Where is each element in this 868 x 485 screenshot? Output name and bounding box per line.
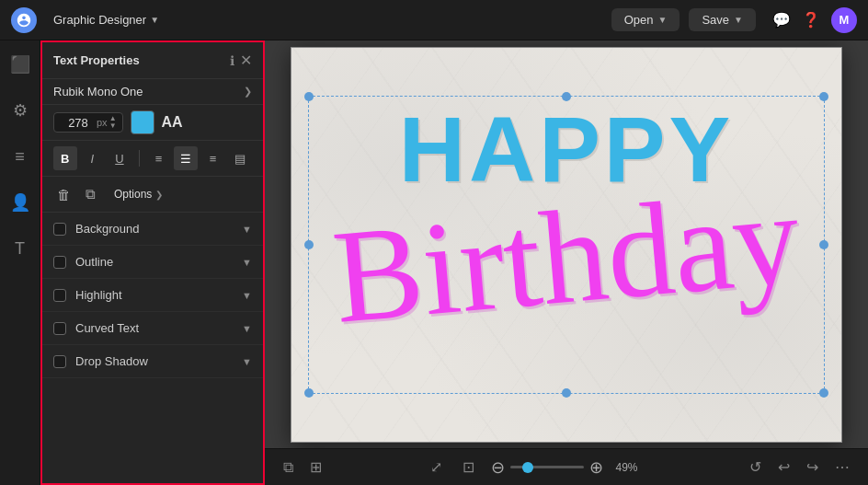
panel-title: Text Properties	[53, 53, 230, 67]
options-button[interactable]: Options ❯	[107, 184, 252, 204]
curved-text-label: Curved Text	[75, 321, 242, 335]
rotate-left-icon[interactable]: ↺	[746, 455, 765, 479]
redo-icon[interactable]: ↪	[803, 455, 822, 479]
duplicate-button[interactable]: ⧉	[82, 182, 99, 206]
drop-shadow-section[interactable]: Drop Shadow ▼	[42, 345, 263, 378]
font-size-input[interactable]	[60, 116, 97, 130]
outline-section[interactable]: Outline ▼	[42, 246, 263, 279]
bottom-left-icons: ⧉ ⊞	[280, 455, 326, 479]
undo-icon[interactable]: ↩	[774, 455, 794, 479]
sidebar-item-text[interactable]: T	[6, 234, 35, 263]
zoom-in-icon[interactable]: ⊕	[589, 457, 603, 478]
drop-shadow-chevron-icon: ▼	[242, 356, 252, 367]
panel-info-button[interactable]: ℹ	[230, 53, 234, 68]
highlight-section[interactable]: Highlight ▼	[42, 279, 263, 312]
app-name-chevron-icon: ▼	[150, 15, 159, 25]
font-size-unit: px	[97, 117, 108, 128]
format-row: B I U ≡ ☰ ≡ ▤	[42, 141, 263, 177]
highlight-label: Highlight	[75, 288, 242, 302]
italic-button[interactable]: I	[81, 146, 105, 170]
underline-button[interactable]: U	[108, 146, 131, 170]
delete-button[interactable]: 🗑	[53, 183, 74, 206]
actions-row: 🗑 ⧉ Options ❯	[42, 177, 263, 213]
zoom-out-icon[interactable]: ⊖	[491, 457, 505, 478]
options-label: Options	[114, 188, 152, 201]
background-section[interactable]: Background ▼	[42, 213, 263, 246]
crop-icon[interactable]: ⊡	[459, 455, 478, 479]
canvas-viewport[interactable]: HAPPY Birthday	[265, 40, 868, 448]
bottom-center-controls: ⤢ ⊡ ⊖ ⊕ 49%	[337, 455, 735, 479]
chat-icon[interactable]: 💬	[772, 11, 791, 29]
text-properties-panel: Text Properties ℹ ✕ Rubik Mono One ❯ px …	[40, 40, 265, 485]
topbar: Graphic Designer ▼ Open ▼ Save ▼ 💬 ❓ M	[0, 0, 868, 40]
format-separator	[139, 150, 140, 167]
open-chevron-icon: ▼	[658, 15, 668, 25]
font-selector[interactable]: Rubik Mono One ❯	[42, 79, 263, 105]
zoom-percentage: 49%	[616, 461, 645, 474]
drop-shadow-checkbox[interactable]	[53, 355, 66, 368]
app-logo	[11, 7, 37, 33]
sidebar-item-layers[interactable]: ≡	[6, 142, 35, 171]
icon-sidebar: ⬛ ⚙ ≡ 👤 T	[0, 40, 40, 485]
help-icon[interactable]: ❓	[802, 11, 820, 29]
background-checkbox[interactable]	[53, 223, 66, 236]
font-name-label: Rubik Mono One	[53, 85, 244, 98]
fit-icon[interactable]: ⤢	[427, 455, 446, 479]
bottom-bar: ⧉ ⊞ ⤢ ⊡ ⊖ ⊕ 49% ↺ ↩ ↪ ⋯	[265, 448, 868, 485]
options-chevron-icon: ❯	[155, 190, 163, 200]
align-left-button[interactable]: ≡	[147, 146, 171, 170]
canvas-frame[interactable]: HAPPY Birthday	[291, 47, 842, 443]
align-center-button[interactable]: ☰	[174, 146, 198, 170]
font-chevron-icon: ❯	[244, 86, 252, 98]
highlight-chevron-icon: ▼	[242, 290, 252, 301]
highlight-checkbox[interactable]	[53, 289, 66, 302]
canvas-area: HAPPY Birthday ⧉ ⊞ ⤢ ⊡ ⊖ ⊕ 49% ↺	[265, 40, 868, 485]
panel-header: Text Properties ℹ ✕	[42, 42, 263, 79]
grid-icon[interactable]: ⊞	[306, 455, 326, 479]
save-chevron-icon: ▼	[734, 15, 743, 25]
color-swatch[interactable]	[131, 110, 154, 134]
curved-text-chevron-icon: ▼	[242, 323, 252, 334]
curved-text-checkbox[interactable]	[53, 322, 66, 335]
sidebar-item-shapes[interactable]: ⬛	[6, 50, 35, 79]
save-button[interactable]: Save ▼	[689, 8, 756, 31]
background-chevron-icon: ▼	[242, 224, 252, 235]
justify-button[interactable]: ▤	[228, 146, 252, 170]
open-button[interactable]: Open ▼	[611, 8, 680, 31]
open-label: Open	[624, 13, 654, 27]
zoom-slider[interactable]	[510, 466, 584, 468]
drop-shadow-label: Drop Shadow	[75, 354, 242, 368]
bottom-right-actions: ↺ ↩ ↪ ⋯	[746, 455, 853, 479]
sidebar-item-filters[interactable]: ⚙	[6, 96, 35, 125]
background-label: Background	[75, 222, 242, 236]
sidebar-item-people[interactable]: 👤	[6, 188, 35, 217]
outline-checkbox[interactable]	[53, 256, 66, 269]
font-size-input-wrap: px ▲ ▼	[53, 112, 123, 133]
size-arrows: ▲ ▼	[109, 115, 117, 130]
settings-icon[interactable]: ⋯	[831, 455, 853, 479]
app-name-button[interactable]: Graphic Designer ▼	[46, 9, 166, 30]
size-down-button[interactable]: ▼	[109, 122, 117, 130]
app-name-label: Graphic Designer	[53, 13, 146, 27]
outline-chevron-icon: ▼	[242, 257, 252, 268]
outline-label: Outline	[75, 255, 242, 269]
avatar[interactable]: M	[831, 7, 857, 33]
save-label: Save	[702, 13, 729, 27]
size-row: px ▲ ▼ AA	[42, 105, 263, 141]
panel-close-button[interactable]: ✕	[240, 52, 252, 69]
topbar-icons: 💬 ❓ M	[772, 7, 857, 33]
bold-button[interactable]: B	[53, 146, 77, 170]
zoom-controls: ⊖ ⊕	[491, 457, 603, 478]
layers-icon[interactable]: ⧉	[280, 456, 297, 479]
curved-text-section[interactable]: Curved Text ▼	[42, 312, 263, 345]
font-case-button[interactable]: AA	[162, 114, 183, 131]
align-right-button[interactable]: ≡	[201, 146, 225, 170]
main-area: ⬛ ⚙ ≡ 👤 T Text Properties ℹ ✕ Rubik Mono…	[0, 40, 868, 485]
